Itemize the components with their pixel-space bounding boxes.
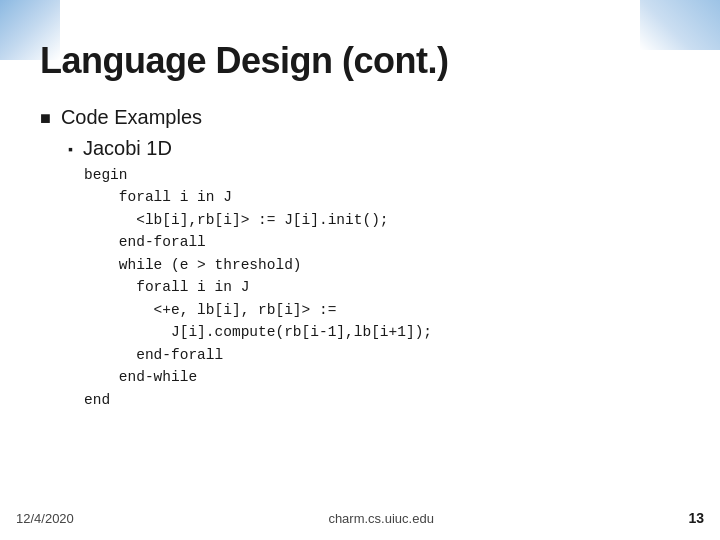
footer: 12/4/2020 charm.cs.uiuc.edu 13 xyxy=(0,510,720,526)
bullet-label: Code Examples xyxy=(61,106,202,129)
slide-title: Language Design (cont.) xyxy=(40,40,680,82)
slide-content: Language Design (cont.) ■ Code Examples … xyxy=(40,40,680,500)
sub-bullet: ▪ Jacobi 1D xyxy=(68,137,680,160)
main-bullet: ■ Code Examples xyxy=(40,106,680,129)
footer-url: charm.cs.uiuc.edu xyxy=(328,511,434,526)
sub-bullet-icon: ▪ xyxy=(68,141,73,157)
footer-date: 12/4/2020 xyxy=(16,511,74,526)
sub-bullet-label: Jacobi 1D xyxy=(83,137,172,160)
code-block: begin forall i in J <lb[i],rb[i]> := J[i… xyxy=(84,164,680,411)
footer-page-number: 13 xyxy=(688,510,704,526)
bullet-icon: ■ xyxy=(40,108,51,129)
